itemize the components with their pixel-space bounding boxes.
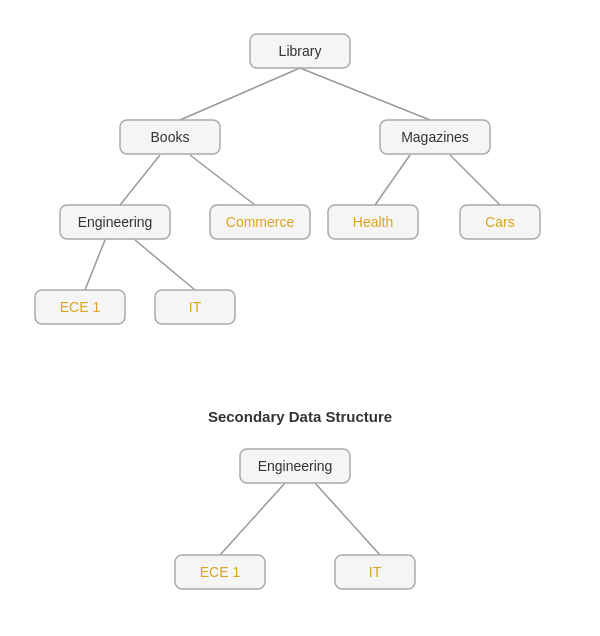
secondary-title: Secondary Data Structure (208, 408, 392, 425)
svg-line-2 (120, 155, 160, 205)
svg-line-18 (315, 483, 380, 555)
svg-line-3 (190, 155, 255, 205)
node-books: Books (151, 129, 190, 145)
node-cars: Cars (485, 214, 515, 230)
sec-node-ece1: ECE 1 (200, 564, 241, 580)
svg-line-7 (135, 240, 195, 290)
node-ece1: ECE 1 (60, 299, 101, 315)
svg-line-6 (85, 240, 105, 290)
secondary-tree-svg: Engineering ECE 1 IT (130, 435, 470, 635)
node-commerce: Commerce (226, 214, 295, 230)
svg-line-1 (300, 68, 430, 120)
sec-node-it: IT (369, 564, 382, 580)
svg-line-5 (450, 155, 500, 205)
sec-node-engineering: Engineering (258, 458, 333, 474)
svg-line-4 (375, 155, 410, 205)
node-health: Health (353, 214, 393, 230)
node-magazines: Magazines (401, 129, 469, 145)
node-library: Library (279, 43, 322, 59)
main-container: Library Books Magazines Engineering Comm… (0, 0, 600, 636)
svg-line-0 (180, 68, 300, 120)
node-it: IT (189, 299, 202, 315)
primary-tree-svg: Library Books Magazines Engineering Comm… (10, 20, 590, 390)
svg-line-17 (220, 483, 285, 555)
node-engineering: Engineering (78, 214, 153, 230)
